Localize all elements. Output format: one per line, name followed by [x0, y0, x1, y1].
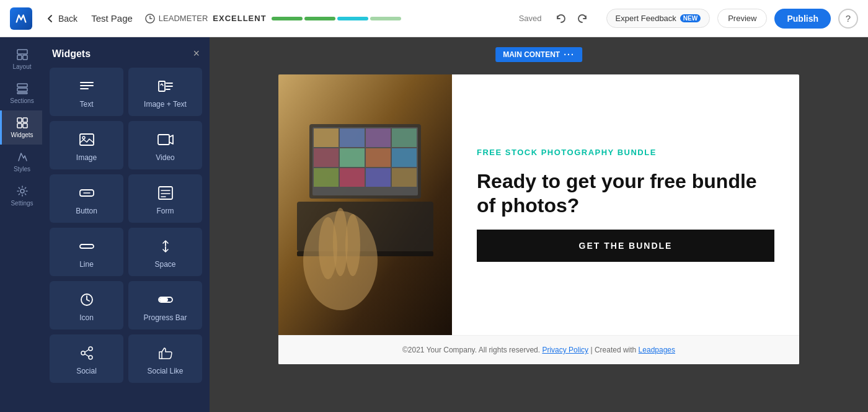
social-icon: [78, 344, 95, 362]
footer-brand-link[interactable]: Leadpages: [639, 346, 675, 354]
publish-button[interactable]: Publish: [774, 9, 831, 29]
canvas-area: MAIN CONTENT ···: [210, 37, 868, 412]
widget-progress-bar[interactable]: Progress Bar: [128, 281, 202, 329]
svg-rect-9: [17, 123, 22, 128]
back-button[interactable]: Back: [40, 10, 84, 27]
widget-line[interactable]: Line: [50, 228, 123, 276]
svg-rect-28: [80, 244, 94, 248]
svg-rect-4: [17, 84, 27, 87]
line-icon: [78, 238, 95, 255]
button-icon: [78, 184, 95, 202]
widget-form-label: Form: [157, 207, 174, 215]
sidebar-label-sections: Sections: [10, 97, 33, 104]
expert-feedback-button[interactable]: Expert Feedback NEW: [606, 9, 711, 28]
footer-privacy-link[interactable]: Privacy Policy: [542, 346, 588, 354]
widget-social-like[interactable]: Social Like: [128, 334, 202, 383]
svg-point-57: [345, 214, 360, 276]
widget-social[interactable]: Social: [50, 334, 123, 383]
video-icon: [157, 131, 174, 148]
svg-rect-21: [158, 135, 169, 145]
lp-text-area: FREE STOCK PHOTOGRAPHY BUNDLE Ready to g…: [452, 74, 799, 335]
progress-bar-icon: [157, 291, 174, 308]
widget-form[interactable]: Form: [128, 174, 202, 223]
lp-footer: ©2021 Your Company. All rights reserved.…: [278, 335, 799, 364]
sidebar-item-widgets[interactable]: Widgets: [0, 110, 42, 145]
lp-subtitle: FREE STOCK PHOTOGRAPHY BUNDLE: [477, 148, 774, 157]
svg-point-11: [20, 189, 24, 193]
widgets-close-button[interactable]: ×: [193, 47, 200, 60]
laptop-image: [278, 74, 452, 335]
svg-point-32: [89, 347, 92, 351]
leadmeter-score: EXCELLENT: [213, 14, 266, 23]
svg-rect-7: [17, 118, 22, 122]
svg-rect-24: [159, 187, 172, 199]
svg-rect-2: [17, 55, 22, 60]
svg-rect-46: [366, 148, 391, 167]
widget-video[interactable]: Video: [128, 121, 202, 169]
leadmeter-label: LEADMETER: [145, 14, 208, 24]
back-label: Back: [58, 14, 78, 24]
svg-rect-41: [340, 128, 365, 147]
sidebar-label-widgets: Widgets: [11, 132, 33, 138]
section-dots[interactable]: ···: [564, 50, 575, 60]
image-icon: [78, 131, 95, 148]
undo-button[interactable]: [552, 11, 570, 27]
lp-heading: Ready to get your free bundle of photos?: [477, 169, 774, 217]
sidebar-label-styles: Styles: [14, 166, 30, 172]
sidebar-item-sections[interactable]: Sections: [0, 76, 42, 110]
svg-rect-15: [159, 81, 165, 91]
svg-rect-6: [17, 92, 27, 94]
text-icon: [78, 78, 95, 95]
main-area: Layout Sections Widgets: [0, 37, 868, 412]
sidebar-item-layout[interactable]: Layout: [0, 42, 42, 76]
sidebar-item-styles[interactable]: Styles: [0, 145, 42, 179]
page-title: Test Page: [91, 13, 133, 24]
footer-copyright: ©2021 Your Company. All rights reserved.: [402, 346, 540, 354]
svg-rect-44: [314, 148, 339, 167]
sidebar-label-settings: Settings: [11, 200, 33, 207]
widgets-header: Widgets ×: [42, 37, 210, 68]
leadmeter-progress: [272, 17, 401, 20]
icon-widget-icon: [78, 291, 95, 308]
widget-button[interactable]: Button: [50, 174, 123, 223]
widgets-title: Widgets: [52, 48, 91, 60]
svg-line-35: [85, 350, 89, 352]
widget-progress-bar-label: Progress Bar: [143, 313, 187, 322]
new-badge: NEW: [680, 14, 701, 22]
widget-space-label: Space: [154, 260, 175, 269]
page-canvas: FREE STOCK PHOTOGRAPHY BUNDLE Ready to g…: [210, 37, 868, 412]
widget-image-text[interactable]: Image + Text: [128, 68, 202, 116]
lp-cta-button[interactable]: GET THE BUNDLE: [477, 230, 774, 262]
widget-image[interactable]: Image: [50, 121, 123, 169]
canvas-background: MAIN CONTENT ···: [210, 37, 868, 412]
undo-redo-group: [552, 11, 591, 27]
svg-rect-1: [17, 50, 27, 54]
widget-image-label: Image: [76, 153, 97, 162]
leadmeter-bar-4: [370, 17, 401, 20]
svg-rect-50: [366, 168, 391, 187]
footer-separator: | Created with: [590, 346, 638, 354]
svg-rect-47: [392, 148, 417, 167]
widget-text[interactable]: Text: [50, 68, 123, 116]
help-button[interactable]: ?: [838, 9, 858, 29]
leadmeter-text: LEADMETER: [159, 14, 208, 23]
widget-icon[interactable]: Icon: [50, 281, 123, 329]
svg-point-34: [89, 356, 92, 359]
widget-space[interactable]: Space: [128, 228, 202, 276]
lp-image-section: [278, 74, 452, 335]
preview-button[interactable]: Preview: [717, 9, 767, 28]
leadmeter-bar-2: [304, 17, 335, 20]
widget-line-label: Line: [79, 260, 94, 269]
svg-rect-48: [314, 168, 339, 187]
leadmeter-bar-3: [337, 17, 368, 20]
app-logo: [10, 7, 32, 30]
leadmeter-bar-1: [272, 17, 303, 20]
svg-rect-19: [80, 134, 94, 145]
svg-rect-40: [314, 128, 339, 147]
svg-line-36: [85, 354, 89, 357]
svg-rect-51: [392, 168, 417, 187]
sidebar-label-layout: Layout: [12, 63, 31, 70]
svg-rect-49: [340, 168, 365, 187]
redo-button[interactable]: [573, 11, 591, 27]
sidebar-item-settings[interactable]: Settings: [0, 179, 42, 213]
